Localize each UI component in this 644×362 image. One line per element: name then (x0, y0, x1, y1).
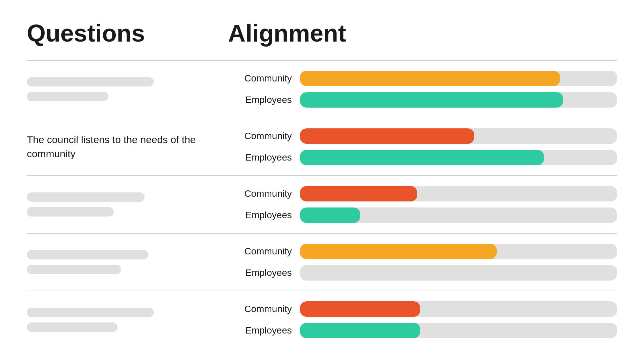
alignment-col-row3: CommunityEmployees (228, 186, 617, 223)
placeholder-lines-row3 (27, 192, 208, 217)
bar-track-row4-0 (300, 244, 617, 259)
bar-row-row4-0: Community (228, 244, 617, 259)
bar-track-row1-0 (300, 71, 617, 86)
questions-header-col: Questions (27, 20, 228, 47)
bar-track-row1-1 (300, 92, 617, 108)
bar-fill-row3-0 (300, 186, 417, 201)
alignment-col-row2: CommunityEmployees (228, 128, 617, 165)
bar-fill-row5-0 (300, 301, 420, 317)
bar-track-row2-1 (300, 150, 617, 165)
placeholder-lines-row4 (27, 250, 208, 274)
question-col-row5 (27, 308, 228, 332)
bar-fill-row4-0 (300, 244, 497, 259)
header-row: Questions Alignment (27, 20, 617, 47)
bar-track-row3-1 (300, 207, 617, 223)
bar-row-row1-1: Employees (228, 92, 617, 108)
rows-container: CommunityEmployeesThe council listens to… (27, 61, 617, 348)
bar-label-row1-0: Community (228, 73, 292, 84)
bar-row-row3-1: Employees (228, 207, 617, 223)
placeholder-line-row3-0 (27, 192, 145, 202)
placeholder-line-row1-0 (27, 77, 154, 86)
bar-row-row1-0: Community (228, 71, 617, 86)
bar-track-row3-0 (300, 186, 617, 201)
bar-label-row3-1: Employees (228, 210, 292, 221)
bar-label-row1-1: Employees (228, 95, 292, 105)
alignment-col-row1: CommunityEmployees (228, 71, 617, 108)
bar-track-row2-0 (300, 128, 617, 144)
alignment-title: Alignment (228, 20, 617, 47)
table-row-row2: The council listens to the needs of the … (27, 118, 617, 176)
placeholder-line-row4-1 (27, 265, 121, 274)
table-row-row1: CommunityEmployees (27, 61, 617, 118)
bar-label-row5-1: Employees (228, 325, 292, 336)
bar-row-row4-1: Employees (228, 265, 617, 281)
placeholder-line-row5-0 (27, 308, 154, 317)
bar-fill-row3-1 (300, 207, 360, 223)
bar-label-row3-0: Community (228, 188, 292, 199)
question-col-row3 (27, 192, 228, 217)
bar-row-row5-1: Employees (228, 323, 617, 338)
bar-label-row2-1: Employees (228, 152, 292, 163)
bar-row-row3-0: Community (228, 186, 617, 201)
bar-track-row4-1 (300, 265, 617, 281)
placeholder-lines-row5 (27, 308, 208, 332)
page-container: Questions Alignment CommunityEmployeesTh… (0, 0, 644, 362)
bar-label-row2-0: Community (228, 131, 292, 141)
alignment-header-col: Alignment (228, 20, 617, 47)
question-col-row1 (27, 77, 228, 101)
question-text-row2: The council listens to the needs of the … (27, 133, 208, 161)
table-row-row3: CommunityEmployees (27, 176, 617, 234)
bar-row-row2-1: Employees (228, 150, 617, 165)
bar-fill-row5-1 (300, 323, 420, 338)
bar-label-row4-1: Employees (228, 267, 292, 278)
table-row-row5: CommunityEmployees (27, 291, 617, 348)
placeholder-line-row3-1 (27, 207, 114, 217)
alignment-col-row4: CommunityEmployees (228, 244, 617, 281)
bar-track-row5-0 (300, 301, 617, 317)
bar-track-row5-1 (300, 323, 617, 338)
bar-label-row5-0: Community (228, 304, 292, 314)
placeholder-line-row4-0 (27, 250, 148, 259)
bar-fill-row2-0 (300, 128, 474, 144)
question-col-row2: The council listens to the needs of the … (27, 133, 228, 161)
placeholder-line-row5-1 (27, 322, 117, 332)
bar-fill-row1-0 (300, 71, 560, 86)
bar-fill-row2-1 (300, 150, 544, 165)
questions-title: Questions (27, 20, 228, 47)
bar-label-row4-0: Community (228, 246, 292, 257)
bar-row-row2-0: Community (228, 128, 617, 144)
placeholder-line-row1-1 (27, 92, 108, 101)
bar-fill-row1-1 (300, 92, 563, 108)
alignment-col-row5: CommunityEmployees (228, 301, 617, 338)
placeholder-lines-row1 (27, 77, 208, 101)
table-row-row4: CommunityEmployees (27, 234, 617, 291)
question-col-row4 (27, 250, 228, 274)
bar-row-row5-0: Community (228, 301, 617, 317)
